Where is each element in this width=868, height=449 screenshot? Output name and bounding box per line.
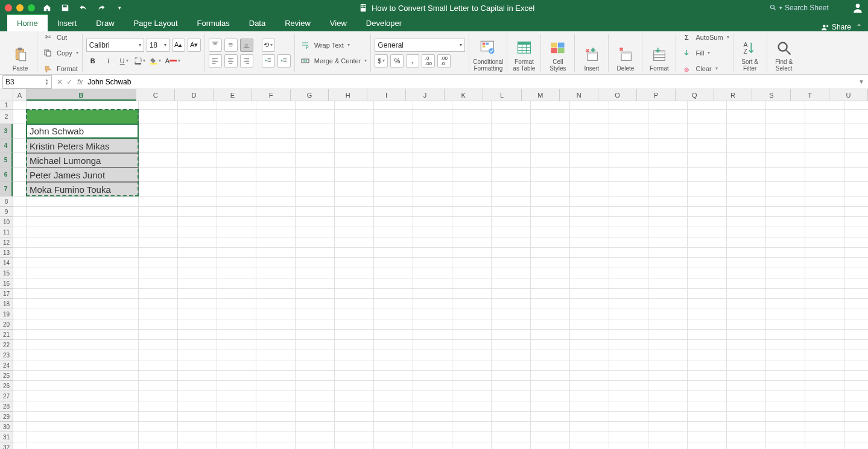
name-box[interactable]: B3▲▼	[2, 75, 52, 89]
column-header-J[interactable]: J	[406, 89, 445, 101]
row-header-14[interactable]: 14	[0, 258, 13, 268]
align-top-button[interactable]	[209, 39, 222, 52]
row-header-19[interactable]: 19	[0, 309, 13, 319]
tab-developer[interactable]: Developer	[356, 15, 411, 31]
column-header-M[interactable]: M	[522, 89, 560, 101]
share-button[interactable]: Share	[821, 23, 851, 31]
conditional-formatting-group[interactable]: Conditional Formatting	[469, 34, 507, 72]
fill-color-button[interactable]: ▾	[149, 54, 162, 68]
column-header-K[interactable]: K	[445, 89, 483, 101]
comma-button[interactable]: ,	[406, 54, 419, 68]
column-header-T[interactable]: T	[791, 89, 829, 101]
row-header-1[interactable]: 1	[0, 101, 13, 110]
cut-button[interactable]: ✄	[41, 31, 54, 44]
row-header-30[interactable]: 30	[0, 422, 13, 432]
autosum-button[interactable]: Σ	[680, 31, 693, 44]
align-center-button[interactable]	[224, 54, 238, 68]
tab-view[interactable]: View	[320, 15, 356, 31]
decrease-decimal-button[interactable]: .00.0	[437, 54, 451, 68]
tab-data[interactable]: Data	[239, 15, 275, 31]
redo-icon[interactable]	[97, 3, 106, 13]
row-header-15[interactable]: 15	[0, 268, 13, 278]
cell-B2[interactable]	[27, 110, 139, 124]
cell-B5[interactable]: Michael Lumonga	[27, 153, 139, 168]
tab-insert[interactable]: Insert	[48, 15, 87, 31]
row-header-31[interactable]: 31	[0, 432, 13, 442]
column-header-U[interactable]: U	[829, 89, 868, 101]
row-header-10[interactable]: 10	[0, 217, 13, 227]
decrease-font-button[interactable]: A▾	[188, 39, 201, 52]
row-header-8[interactable]: 8	[0, 196, 13, 207]
font-size-combo[interactable]: 18▾	[147, 39, 169, 52]
cancel-formula-icon[interactable]: ✕	[57, 78, 63, 86]
format-group[interactable]: Format	[642, 34, 676, 72]
bold-button[interactable]: B	[86, 54, 100, 68]
align-left-button[interactable]	[209, 54, 222, 68]
format-painter-button[interactable]	[41, 62, 54, 75]
clear-button[interactable]	[680, 62, 693, 75]
row-header-24[interactable]: 24	[0, 360, 13, 371]
save-icon[interactable]	[60, 3, 70, 13]
row-header-9[interactable]: 9	[0, 207, 13, 217]
underline-button[interactable]: U▾	[118, 54, 131, 68]
row-header-32[interactable]: 32	[0, 442, 13, 449]
home-icon[interactable]	[42, 3, 52, 13]
row-header-16[interactable]: 16	[0, 278, 13, 289]
copy-button[interactable]	[41, 46, 54, 60]
column-header-D[interactable]: D	[175, 89, 214, 101]
column-header-Q[interactable]: Q	[676, 89, 714, 101]
merge-button[interactable]	[299, 54, 312, 68]
number-format-combo[interactable]: General▾	[375, 39, 465, 52]
search-input[interactable]	[785, 4, 845, 12]
zoom-window[interactable]	[28, 4, 35, 11]
wrap-text-button[interactable]	[299, 39, 312, 52]
insert-group[interactable]: Insert	[575, 34, 609, 72]
increase-indent-button[interactable]	[277, 54, 291, 68]
align-middle-button[interactable]	[224, 39, 238, 52]
format-as-table-group[interactable]: Format as Table	[507, 34, 541, 72]
row-header-20[interactable]: 20	[0, 319, 13, 330]
row-header-25[interactable]: 25	[0, 371, 13, 381]
column-header-R[interactable]: R	[714, 89, 753, 101]
fill-button[interactable]	[680, 46, 693, 60]
account-icon[interactable]	[852, 2, 863, 13]
row-header-6[interactable]: 6	[0, 168, 13, 182]
sort-filter-group[interactable]: AZ Sort & Filter	[733, 34, 767, 72]
cell-styles-group[interactable]: Cell Styles	[541, 34, 575, 72]
percent-button[interactable]: %	[390, 54, 404, 68]
cell-B3[interactable]: John Schwab	[27, 124, 139, 139]
expand-formula-bar-icon[interactable]: ▼	[858, 78, 868, 85]
row-header-21[interactable]: 21	[0, 330, 13, 340]
align-bottom-button[interactable]	[240, 39, 253, 52]
row-header-29[interactable]: 29	[0, 412, 13, 422]
undo-icon[interactable]	[78, 3, 88, 13]
enter-formula-icon[interactable]: ✓	[66, 78, 72, 86]
column-header-O[interactable]: O	[598, 89, 637, 101]
cell-B7[interactable]: Moka Fumino Touka	[27, 182, 139, 196]
delete-group[interactable]: Delete	[609, 34, 642, 72]
row-header-27[interactable]: 27	[0, 391, 13, 401]
font-color-button[interactable]: A▾	[165, 54, 181, 68]
row-header-13[interactable]: 13	[0, 248, 13, 258]
row-header-23[interactable]: 23	[0, 350, 13, 360]
column-header-L[interactable]: L	[483, 89, 522, 101]
column-header-G[interactable]: G	[291, 89, 329, 101]
column-header-H[interactable]: H	[329, 89, 367, 101]
cell-B6[interactable]: Peter James Junot	[27, 168, 139, 182]
row-header-5[interactable]: 5	[0, 153, 13, 168]
column-header-E[interactable]: E	[214, 89, 252, 101]
column-header-B[interactable]: B	[27, 89, 137, 101]
column-header-I[interactable]: I	[367, 89, 406, 101]
row-header-18[interactable]: 18	[0, 299, 13, 309]
column-header-A[interactable]: A	[13, 89, 27, 101]
row-header-22[interactable]: 22	[0, 340, 13, 350]
orientation-button[interactable]: ⟲▾	[262, 39, 275, 52]
column-header-P[interactable]: P	[637, 89, 676, 101]
cell-B4[interactable]: Kristin Peters Mikas	[27, 139, 139, 153]
align-right-button[interactable]	[240, 54, 253, 68]
find-select-group[interactable]: Find & Select	[767, 34, 801, 72]
column-header-N[interactable]: N	[560, 89, 598, 101]
paste-button[interactable]	[11, 46, 30, 64]
tab-draw[interactable]: Draw	[86, 15, 124, 31]
italic-button[interactable]: I	[102, 54, 115, 68]
